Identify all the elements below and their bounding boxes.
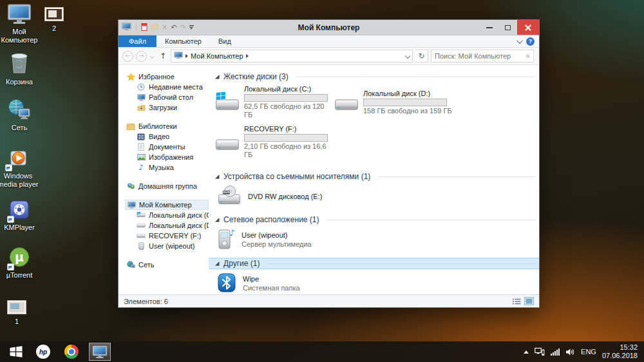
divider [327,220,535,220]
wipe-item[interactable]: Wipe Системная папка [216,272,535,294]
windows-logo-icon [9,345,23,358]
drive-icon [334,92,359,113]
desktop-icon-utorrent[interactable]: µ µTorrent [0,246,40,280]
maximize-button[interactable] [498,20,517,35]
delete-icon[interactable]: ✕ [162,24,167,31]
location-icon [174,52,183,61]
breadcrumb[interactable]: Мой Компьютер [191,52,243,60]
sidebar-item-pictures[interactable]: Изображения [135,152,209,162]
desktop-icon-wmp[interactable]: Windows media player [0,148,39,189]
properties-icon[interactable] [141,23,147,32]
collapse-triangle-icon[interactable] [215,218,220,222]
desktop-icon-kmplayer[interactable]: KMPlayer [0,200,40,232]
group-header-other[interactable]: Другие (1) [209,258,539,269]
ribbon-tabs: Файл Компьютер Вид ? [118,35,539,48]
sidebar-item-video[interactable]: Видео [135,131,209,142]
sidebar-item-network[interactable]: Сеть [125,260,209,270]
breadcrumb-arrow-icon[interactable] [246,54,249,58]
customize-toolbar-icon[interactable] [189,25,194,29]
help-icon[interactable]: ? [526,37,535,46]
media-server-item[interactable]: ♪ User (wipeout) Сервер мультимедиа [216,228,535,251]
search-input[interactable] [435,52,526,60]
thumbnails-view-button[interactable] [524,297,534,305]
explorer-window: ✕ ↶ ↷ Мой Компьютер Файл Компьютер Вид ?… [118,19,540,308]
computer-icon [127,201,136,209]
expand-ribbon-icon[interactable] [516,37,523,44]
tab-view[interactable]: Вид [210,35,240,47]
network-signal-icon[interactable] [551,348,560,356]
image-file-icon [44,7,64,23]
up-button[interactable]: ↑ [160,52,166,61]
desktop-icon [137,93,146,102]
svg-text:DVD: DVD [223,191,230,194]
breadcrumb-arrow-icon[interactable] [185,54,188,58]
media-server-icon: ♪ [216,228,236,251]
group-header-hard-disks[interactable]: Жесткие диски (3) [215,71,535,82]
collapse-triangle-icon[interactable] [215,175,220,179]
back-button[interactable]: ← [122,51,133,62]
taskbar-app-explorer[interactable] [89,343,111,361]
shortcut-arrow-icon [5,164,12,171]
network-icon [7,99,32,122]
network-icon [126,261,135,269]
forward-button[interactable]: → [136,51,147,62]
devices-icon[interactable] [535,347,545,356]
volume-icon[interactable] [565,348,575,356]
drive-item-d[interactable]: Локальный диск (D:) 158 ГБ свободно из 1… [334,85,453,119]
sidebar-item-my-computer[interactable]: Мой Компьютер [125,200,209,210]
address-field[interactable]: Мой Компьютер [171,50,413,62]
language-indicator[interactable]: ENG [581,348,596,356]
sidebar-item-favorites[interactable]: Избранное [125,71,209,82]
minimize-button[interactable] [480,20,498,35]
new-folder-icon[interactable] [151,23,158,32]
drive-item-c[interactable]: Локальный диск (C:) 62,5 ГБ свободно из … [215,85,334,119]
show-hidden-icons-button[interactable] [524,350,529,354]
recent-locations-icon[interactable] [150,53,155,58]
desktop-icon-file-1[interactable]: 1 [0,300,37,326]
taskbar-app-chrome[interactable] [61,343,82,361]
start-button[interactable] [6,343,26,360]
undo-icon[interactable]: ↶ [171,24,176,31]
group-header-removable[interactable]: Устройства со съемными носителями (1) [215,171,535,182]
taskbar-app-hp[interactable]: hp [32,343,54,361]
sidebar-item-documents[interactable]: Документы [135,142,209,152]
details-view-button[interactable] [512,298,521,305]
sidebar-item-desktop[interactable]: Рабочий стол [135,92,209,102]
sidebar-item-music[interactable]: ♪ Музыка [135,162,209,173]
sidebar-item-downloads[interactable]: Загрузки [135,102,209,113]
window-system-icon[interactable] [122,23,131,32]
refresh-button[interactable]: ↻ [415,50,428,62]
redo-icon[interactable]: ↷ [180,24,185,31]
items-count: Элементов: 6 [124,298,168,305]
close-button[interactable] [517,20,539,35]
desktop-icon-network[interactable]: Сеть [0,99,40,132]
sidebar-item-libraries[interactable]: Библиотеки [125,121,209,131]
collapse-triangle-icon[interactable] [215,75,220,79]
clock[interactable]: 15:32 07.06.2018 [602,343,638,360]
collapse-triangle-icon[interactable] [215,262,220,266]
sidebar-item-drive-c[interactable]: Локальный диск (C:) [135,210,209,220]
drive-windows-icon [137,211,146,220]
desktop-icon-file-2[interactable]: 2 [33,7,75,33]
desktop-icon-recycle-bin[interactable]: Корзина [0,52,40,86]
divider [296,77,535,77]
sidebar-item-drive-d[interactable]: Локальный диск (D:) [135,220,209,231]
utorrent-icon: µ [8,246,30,269]
chrome-icon [64,345,79,359]
tab-file[interactable]: Файл [118,35,156,47]
kmplayer-icon [8,200,30,222]
sidebar-item-user-wipeout[interactable]: User (wipeout) [135,241,209,251]
address-dropdown-icon[interactable] [405,53,410,59]
tab-computer[interactable]: Компьютер [156,35,210,47]
computer-icon [92,345,108,359]
sidebar-item-homegroup[interactable]: Домашняя группа [125,181,209,191]
dvd-drive-item[interactable]: DVD DVD RW дисковод (E:) [216,185,535,208]
title-bar[interactable]: ✕ ↶ ↷ Мой Компьютер [118,20,539,35]
downloads-icon [137,104,146,112]
windows-media-player-icon [6,148,30,170]
sidebar-item-drive-f[interactable]: RECOVERY (F:) [135,231,209,241]
sidebar-item-recent-places[interactable]: Недавние места [135,82,209,92]
drive-item-f[interactable]: RECOVERY (F:) 2,10 ГБ свободно из 16,6 Г… [215,125,334,159]
group-header-network-location[interactable]: Сетевое расположение (1) [215,214,535,225]
hp-icon: hp [36,345,50,359]
